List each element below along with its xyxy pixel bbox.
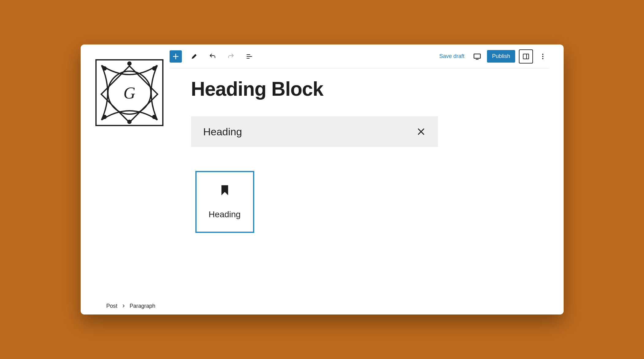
svg-rect-10 xyxy=(474,54,481,58)
tools-button[interactable] xyxy=(188,50,200,63)
editor-window: G xyxy=(81,44,564,315)
chevron-right-icon xyxy=(122,304,125,308)
svg-point-7 xyxy=(128,62,131,65)
content-column: Save draft Publish Heading Block xyxy=(170,44,564,297)
svg-point-8 xyxy=(128,120,131,123)
top-toolbar: Save draft Publish xyxy=(170,44,549,68)
breadcrumb-root[interactable]: Post xyxy=(106,303,117,309)
logo-column: G xyxy=(81,44,170,297)
block-option-label: Heading xyxy=(209,210,240,219)
toolbar-right: Save draft Publish xyxy=(436,49,549,64)
svg-point-4 xyxy=(153,67,156,70)
document-overview-button[interactable] xyxy=(243,50,255,63)
svg-point-15 xyxy=(542,58,543,59)
svg-text:G: G xyxy=(123,84,135,102)
svg-point-13 xyxy=(542,54,543,55)
redo-button[interactable] xyxy=(225,50,237,63)
more-options-button[interactable] xyxy=(537,50,549,63)
save-draft-button[interactable]: Save draft xyxy=(436,53,467,60)
heading-block-option[interactable]: Heading xyxy=(195,171,254,233)
main-row: G xyxy=(81,44,564,297)
svg-rect-11 xyxy=(523,54,529,59)
add-block-button[interactable] xyxy=(170,50,182,63)
preview-button[interactable] xyxy=(471,50,483,63)
svg-point-14 xyxy=(542,56,543,57)
editor-area: Heading Block Heading Heading xyxy=(170,68,549,297)
publish-button[interactable]: Publish xyxy=(487,50,515,63)
block-search-input[interactable]: Heading xyxy=(203,126,416,138)
toolbar-left xyxy=(170,50,255,63)
svg-point-5 xyxy=(103,115,106,118)
site-logo[interactable]: G xyxy=(95,59,163,126)
svg-point-6 xyxy=(153,115,156,118)
bookmark-icon xyxy=(220,184,230,196)
undo-button[interactable] xyxy=(206,50,219,63)
page-title[interactable]: Heading Block xyxy=(191,78,549,100)
svg-point-3 xyxy=(103,67,106,70)
clear-icon[interactable] xyxy=(416,127,426,136)
breadcrumb-current[interactable]: Paragraph xyxy=(130,303,155,309)
settings-sidebar-toggle[interactable] xyxy=(519,49,533,64)
breadcrumb: Post Paragraph xyxy=(81,297,564,315)
block-search-box[interactable]: Heading xyxy=(191,116,438,147)
